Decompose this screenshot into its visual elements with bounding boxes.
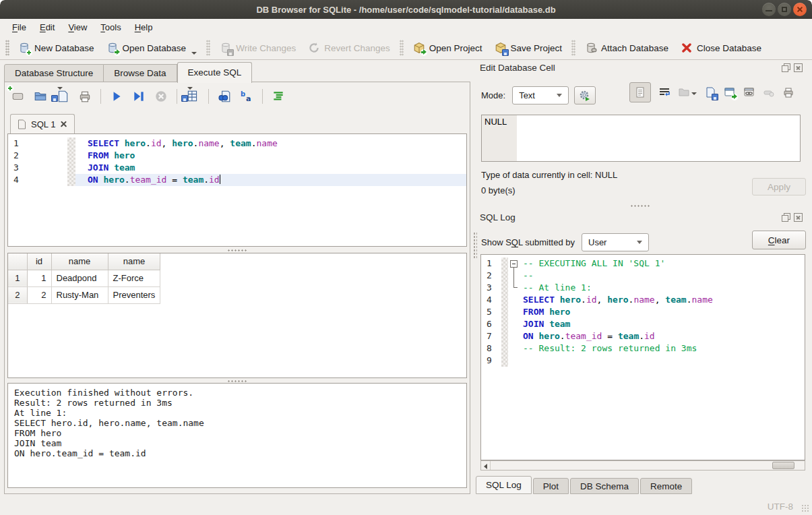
copy-url-button[interactable] <box>743 86 755 98</box>
find-replace-button[interactable]: ba <box>240 90 253 103</box>
menu-file[interactable]: File <box>5 19 33 36</box>
dock-tab-plot[interactable]: Plot <box>533 478 569 494</box>
export-data-button[interactable] <box>704 86 716 98</box>
execute-line-button[interactable] <box>132 90 146 103</box>
open-file-icon <box>678 86 690 98</box>
sql-document-icon <box>18 119 26 129</box>
sql-log-view[interactable]: 1-- EXECUTING ALL IN 'SQL 1'2--3-- At li… <box>480 254 805 460</box>
scrollbar-thumb[interactable] <box>772 462 794 469</box>
window-controls <box>762 3 807 16</box>
close-sql-tab-icon[interactable] <box>60 121 67 128</box>
gear-icon <box>579 90 591 102</box>
attach-database-button[interactable]: Attach Database <box>579 38 675 58</box>
window-title: DB Browser for SQLite - /home/user/code/… <box>256 5 555 15</box>
write-changes-button: Write Changes <box>214 38 302 58</box>
new-sql-tab-button[interactable] <box>11 90 25 103</box>
cell-hero-name[interactable]: Rusty-Man <box>51 286 108 303</box>
splitter-docks[interactable] <box>630 204 650 208</box>
vertical-splitter[interactable] <box>473 232 477 259</box>
menu-tools[interactable]: Tools <box>94 19 127 36</box>
row-header[interactable]: 1 <box>8 270 27 286</box>
toolbar-grip[interactable] <box>5 40 9 56</box>
mode-text-button[interactable] <box>629 82 651 102</box>
mode-label: Mode: <box>481 90 505 100</box>
close-dock-icon[interactable] <box>794 63 803 72</box>
execution-message: Execution finished without errors. Resul… <box>7 383 467 488</box>
sql-editor[interactable]: 1SELECT hero.id, hero.name, team.name2FR… <box>7 133 467 247</box>
row-header[interactable]: 2 <box>8 286 27 303</box>
main-tab-bar: Database Structure Browse Data Execute S… <box>4 61 252 82</box>
mode-select[interactable]: Text <box>512 86 569 104</box>
svg-text:a: a <box>246 94 251 103</box>
menu-edit[interactable]: Edit <box>33 19 61 36</box>
tab-execute-sql[interactable]: Execute SQL <box>177 62 253 83</box>
open-project-button[interactable]: Open Project <box>407 38 489 58</box>
close-button[interactable] <box>793 3 807 16</box>
maximize-button[interactable] <box>778 3 791 16</box>
open-database-button[interactable]: Open Database <box>100 38 204 58</box>
dock-tab-db-schema[interactable]: DB Schema <box>570 478 639 494</box>
open-database-dropdown-icon[interactable] <box>191 52 197 55</box>
corner-header[interactable] <box>8 253 27 270</box>
revert-changes-button: Revert Changes <box>302 38 396 58</box>
title-bar: DB Browser for SQLite - /home/user/code/… <box>0 0 812 19</box>
save-sql-file-button[interactable] <box>56 90 69 103</box>
dock-tab-sql-log[interactable]: SQL Log <box>476 476 532 494</box>
save-results-button[interactable] <box>186 90 199 103</box>
menu-bar: File Edit View Tools Help <box>0 19 812 36</box>
sql-toolbar: ba <box>11 87 285 106</box>
auto-mode-button[interactable] <box>574 86 596 104</box>
cell-team-name[interactable]: Preventers <box>108 286 160 303</box>
column-header-team-name[interactable]: name <box>108 253 160 270</box>
menu-help[interactable]: Help <box>128 19 160 36</box>
table-row: 2 2 Rusty-Man Preventers <box>8 286 160 303</box>
format-sql-button[interactable] <box>272 90 285 103</box>
print-sql-button[interactable] <box>78 90 92 103</box>
clear-log-button[interactable]: Clear <box>752 231 806 249</box>
dock-tab-remote[interactable]: Remote <box>640 478 692 494</box>
execute-all-button[interactable] <box>110 90 123 103</box>
word-wrap-button[interactable] <box>658 86 670 98</box>
cell-id[interactable]: 2 <box>27 286 51 303</box>
save-as-icon <box>704 86 716 98</box>
revert-changes-icon <box>308 42 320 54</box>
set-null-icon <box>763 86 775 98</box>
log-filter-select[interactable]: User <box>582 233 649 251</box>
print-cell-button[interactable] <box>782 86 794 98</box>
find-button[interactable] <box>218 90 231 103</box>
log-horizontal-scrollbar[interactable] <box>480 460 805 471</box>
float-dock-icon[interactable] <box>782 213 790 222</box>
open-external-icon <box>724 86 736 98</box>
chevron-down-icon <box>637 241 642 244</box>
resize-grip[interactable] <box>801 504 809 512</box>
print-icon <box>782 86 794 98</box>
open-sql-file-button[interactable] <box>34 90 47 103</box>
menu-view[interactable]: View <box>61 19 94 36</box>
column-header-hero-name[interactable]: name <box>51 253 108 270</box>
cell-editor[interactable]: NULL <box>481 115 801 162</box>
save-project-icon <box>495 42 507 54</box>
set-null-button <box>763 86 775 98</box>
close-dock-icon[interactable] <box>794 213 803 222</box>
new-database-button[interactable]: New Database <box>12 38 100 58</box>
tab-browse-data[interactable]: Browse Data <box>104 64 177 82</box>
tab-database-structure[interactable]: Database Structure <box>4 64 104 82</box>
apply-button: Apply <box>752 178 806 195</box>
cell-team-name[interactable]: Z-Force <box>108 270 160 286</box>
cell-hero-name[interactable]: Deadpond <box>51 270 108 286</box>
cell-value: NULL <box>485 117 507 127</box>
save-project-button[interactable]: Save Project <box>489 38 569 58</box>
open-project-icon <box>413 42 425 54</box>
float-dock-icon[interactable] <box>782 63 790 72</box>
column-header-id[interactable]: id <box>27 253 51 270</box>
cell-id[interactable]: 1 <box>27 270 51 286</box>
scroll-left-icon[interactable] <box>481 461 491 470</box>
right-dock-area: Edit Database Cell Mode: Text <box>476 60 812 497</box>
svg-text:b: b <box>241 90 245 98</box>
open-database-icon <box>106 42 119 54</box>
open-in-external-button[interactable] <box>724 86 736 98</box>
close-database-button[interactable]: Close Database <box>675 38 768 58</box>
sql-editor-tab[interactable]: SQL 1 <box>10 114 75 133</box>
minimize-button[interactable] <box>762 3 776 16</box>
results-grid[interactable]: id name name 1 1 Deadpond Z-Force 2 2 Ru… <box>7 253 467 378</box>
